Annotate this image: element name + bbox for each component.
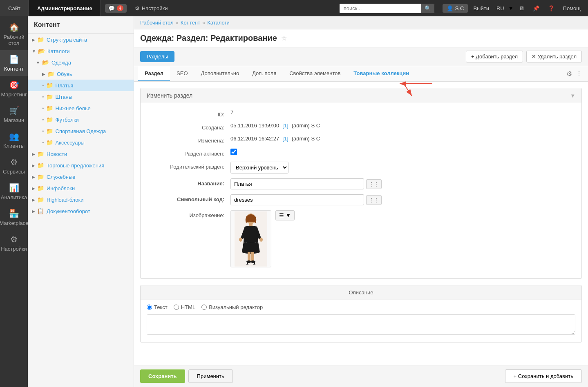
search-button[interactable]: 🔍 [421,4,434,13]
topbar-right: 👤 S C Выйти RU▼ 🖥 📌 ❓ Помощ [438,4,588,13]
tab-element-props[interactable]: Свойства элементов [283,66,347,81]
nav-shoes-link[interactable]: Обувь [57,71,72,77]
delete-section-button[interactable]: ✕ Удалить раздел [526,51,582,62]
tab-seo[interactable]: SEO [170,66,194,81]
nav-news[interactable]: ▶ 📁 Новости [28,148,134,160]
created-link[interactable]: [1] [282,122,288,129]
page-title: Одежда: Раздел: Редактирование [140,33,277,43]
nav-highload-link[interactable]: Highload-блоки [47,197,83,203]
monitor-icon[interactable]: 🖥 [516,5,528,11]
messages-badge[interactable]: 💬 4 [105,4,127,13]
arrow-icon: ▶ [32,152,35,156]
nav-workflow-link[interactable]: Документооборот [47,208,90,214]
favorite-icon[interactable]: ☆ [281,34,287,42]
active-checkbox[interactable] [230,149,237,155]
nav-news-link[interactable]: Новости [47,151,67,157]
nav-tshirts[interactable]: • 📁 Футболки [28,114,134,125]
nav-accessories[interactable]: • 📁 Аксессуары [28,137,134,148]
sidebar-item-settings[interactable]: ⚙ Настройки [0,230,28,256]
nav-tshirts-link[interactable]: Футболки [56,117,79,123]
sidebar-item-clients[interactable]: 👥 Клиенты [0,127,28,153]
description-textarea[interactable] [147,314,575,335]
save-add-button[interactable]: + Сохранить и добавить [505,369,582,383]
nav-clothing-link[interactable]: Одежда [51,60,71,66]
nav-sportswear-link[interactable]: Спортивная Одежда [56,128,106,134]
created-value: 05.11.2016 19:59:00 [1] (admin) S C [230,122,573,129]
parent-select[interactable]: Верхний уровень Одежда Каталоги [230,162,288,173]
radio-visual-label[interactable]: Визуальный редактор [201,304,263,310]
folder-icon: 📁 [46,128,53,134]
nav-dresses[interactable]: • 📁 Платья [28,80,134,91]
sidebar-item-content[interactable]: 📄 Контент [0,50,28,76]
radio-text-label[interactable]: Текст [147,304,168,310]
apply-button[interactable]: Применить [188,369,233,383]
sidebar-item-marketplace[interactable]: 🏪 Marketplace [0,205,28,230]
code-input[interactable] [230,194,364,205]
radio-text[interactable] [147,305,152,310]
admin-tab[interactable]: Администрирование [29,0,101,16]
nav-utility[interactable]: ▶ 📁 Служебные [28,171,134,182]
sidebar-item-services[interactable]: ⚙ Сервисы [0,153,28,179]
breadcrumb-content[interactable]: Контент [181,20,200,26]
nav-infoblocks[interactable]: ▶ 📁 Инфоблоки [28,182,134,194]
logout-btn[interactable]: Выйти [470,5,492,11]
nav-dresses-link[interactable]: Платья [56,82,74,89]
tab-additional[interactable]: Дополнительно [195,66,246,81]
nav-infoblocks-link[interactable]: Инфоблоки [47,185,75,191]
search-input[interactable] [340,4,421,13]
nav-underwear[interactable]: • 📁 Нижнее белье [28,102,134,114]
breadcrumb-home[interactable]: Рабочий стол [140,20,174,26]
code-help-btn[interactable]: ⋮⋮ [366,195,382,205]
add-section-button[interactable]: + Добавить раздел [466,51,523,62]
name-input[interactable] [230,178,364,189]
nav-workflow[interactable]: ▶ 📋 Документооборот [28,205,134,217]
sections-button[interactable]: Разделы [140,51,174,62]
site-tab[interactable]: Сайт [0,0,29,16]
nav-trade-link[interactable]: Торговые предложения [47,162,104,169]
nav-structure-link[interactable]: Структура сайта [47,37,87,43]
pin-icon[interactable]: 📌 [530,5,543,11]
help-label[interactable]: Помощ [560,5,584,11]
user-menu[interactable]: 👤 S C [443,4,468,13]
lang-selector[interactable]: RU [494,5,506,11]
tab-collections[interactable]: Товарные коллекции [347,66,416,81]
name-label: Название: [149,178,230,187]
nav-shoes[interactable]: ▶ 📁 Обувь [28,68,134,80]
sidebar-item-marketing[interactable]: 🎯 Маркетинг [0,76,28,102]
nav-underwear-link[interactable]: Нижнее белье [56,105,91,111]
nav-utility-link[interactable]: Служебные [47,174,76,180]
help-icon[interactable]: ❓ [545,5,558,11]
nav-highload[interactable]: ▶ 📁 Highload-блоки [28,194,134,205]
radio-visual[interactable] [201,305,207,310]
sidebar-item-home[interactable]: 🏠 Рабочий стол [0,18,28,50]
nav-pants[interactable]: • 📁 Штаны [28,91,134,102]
sidebar-item-analytics[interactable]: 📊 Аналитика [0,179,28,205]
tab-extra-fields[interactable]: Доп. поля [246,66,283,81]
nav-catalogs[interactable]: ▼ 📂 Каталоги [28,45,134,57]
tab-section[interactable]: Раздел [138,66,170,81]
tab-gear-icon[interactable]: ⚙ [566,70,572,78]
nav-catalogs-link[interactable]: Каталоги [47,48,70,54]
svg-point-7 [259,238,263,242]
arrow-icon: ▶ [32,186,35,191]
content-area: Рабочий стол » Контент » Каталоги Одежда… [134,16,588,387]
collapse-toggle[interactable]: ▼ [570,93,575,99]
marketplace-icon: 🏪 [9,209,19,218]
sidebar-item-shop[interactable]: 🛒 Магазин [0,102,28,127]
nav-accessories-link[interactable]: Аксессуары [56,140,85,146]
breadcrumb-catalogs[interactable]: Каталоги [207,20,230,26]
save-button[interactable]: Сохранить [140,369,185,383]
nav-trade[interactable]: ▶ 📁 Торговые предложения [28,160,134,171]
nav-structure[interactable]: ▶ 📁 Структура сайта [28,34,134,45]
modified-link[interactable]: [1] [282,136,288,142]
radio-html[interactable] [174,305,179,310]
tab-more-icon[interactable]: ⋮ [576,70,582,78]
settings-menu[interactable]: ⚙ Настройки [131,5,172,11]
image-menu-button[interactable]: ☰ ▼ [275,210,295,220]
nav-pants-link[interactable]: Штаны [56,94,72,100]
nav-sportswear[interactable]: • 📁 Спортивная Одежда [28,125,134,137]
name-help-btn[interactable]: ⋮⋮ [366,179,382,189]
sep: » [202,20,205,26]
nav-clothing[interactable]: ▼ 📂 Одежда [28,57,134,68]
radio-html-label[interactable]: HTML [174,304,195,310]
